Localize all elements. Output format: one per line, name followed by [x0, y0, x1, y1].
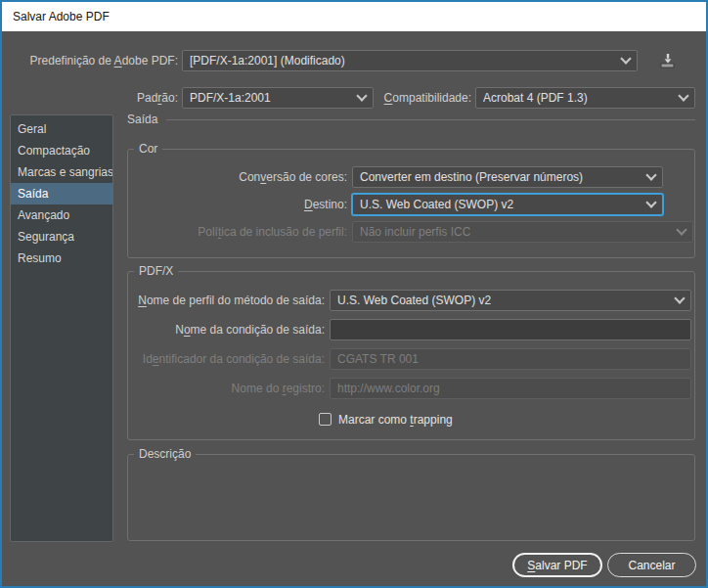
chevron-down-icon — [645, 169, 656, 180]
profile-policy-dropdown: Não incluir perfis ICC — [352, 221, 693, 243]
divider — [166, 119, 695, 120]
trapping-checkbox[interactable] — [319, 413, 332, 426]
color-conversion-dropdown[interactable]: Converter em destino (Preservar números) — [352, 166, 663, 188]
color-group-title: Cor — [134, 142, 162, 157]
output-condition-name-input[interactable] — [330, 319, 691, 340]
sidebar-item-seguranca[interactable]: Segurança — [11, 226, 112, 248]
compatibility-label: Compatibilidade: — [342, 87, 471, 109]
compatibility-dropdown[interactable]: Acrobat 4 (PDF 1.3) — [475, 87, 695, 109]
profile-policy-label: Política de inclusão de perfil: — [137, 221, 347, 243]
chevron-down-icon — [678, 90, 688, 101]
pdfx-group-title: PDF/X — [134, 264, 178, 279]
titlebar[interactable]: Salvar Adobe PDF — [2, 2, 706, 31]
preset-label: Predefinição de Adobe PDF: — [14, 50, 178, 71]
description-content — [128, 455, 694, 475]
chevron-down-icon — [676, 224, 686, 235]
trapping-checkbox-label[interactable]: Marcar como trapping — [338, 410, 453, 430]
destination-label: Destino: — [137, 194, 347, 215]
window-title: Salvar Adobe PDF — [13, 10, 110, 23]
chevron-down-icon — [645, 197, 656, 207]
output-intent-profile-dropdown[interactable]: U.S. Web Coated (SWOP) v2 — [330, 290, 691, 311]
destination-dropdown[interactable]: U.S. Web Coated (SWOP) v2 — [352, 194, 663, 215]
sidebar-item-saida[interactable]: Saída — [11, 183, 112, 204]
chevron-down-icon — [674, 293, 685, 303]
registry-name-input: http://www.color.org — [330, 378, 691, 399]
description-group-title: Descrição — [134, 447, 196, 462]
registry-name-label: Nome do registro: — [129, 378, 325, 399]
sidebar-item-avancado[interactable]: Avançado — [11, 204, 112, 226]
output-intent-profile-label: Nome de perfil do método de saída: — [129, 290, 325, 311]
download-icon — [657, 52, 679, 69]
save-preset-button[interactable] — [653, 50, 683, 71]
color-conversion-label: Conversão de cores: — [137, 166, 347, 188]
standard-label: Padrão: — [14, 87, 178, 109]
chevron-down-icon — [620, 53, 631, 64]
cancel-button[interactable]: Cancelar — [607, 553, 696, 577]
settings-sidebar: Geral Compactação Marcas e sangrias Saíd… — [10, 114, 113, 542]
description-group: Descrição — [127, 454, 695, 541]
save-adobe-pdf-dialog: Salvar Adobe PDF Predefinição de Adobe P… — [0, 0, 708, 588]
save-pdf-button[interactable]: Salvar PDF — [512, 553, 602, 577]
output-condition-name-label: Nome da condição de saída: — [129, 319, 325, 340]
panel-title: Saída — [127, 112, 695, 127]
sidebar-item-resumo[interactable]: Resumo — [11, 248, 112, 269]
sidebar-item-compactacao[interactable]: Compactação — [11, 140, 112, 161]
output-condition-id-input: CGATS TR 001 — [330, 348, 691, 370]
sidebar-item-geral[interactable]: Geral — [11, 118, 112, 140]
output-condition-id-label: Identificador da condição de saída: — [129, 348, 325, 370]
sidebar-item-marcas-e-sangrias[interactable]: Marcas e sangrias — [11, 161, 112, 183]
preset-dropdown[interactable]: [PDF/X-1a:2001] (Modificado) — [182, 50, 638, 71]
